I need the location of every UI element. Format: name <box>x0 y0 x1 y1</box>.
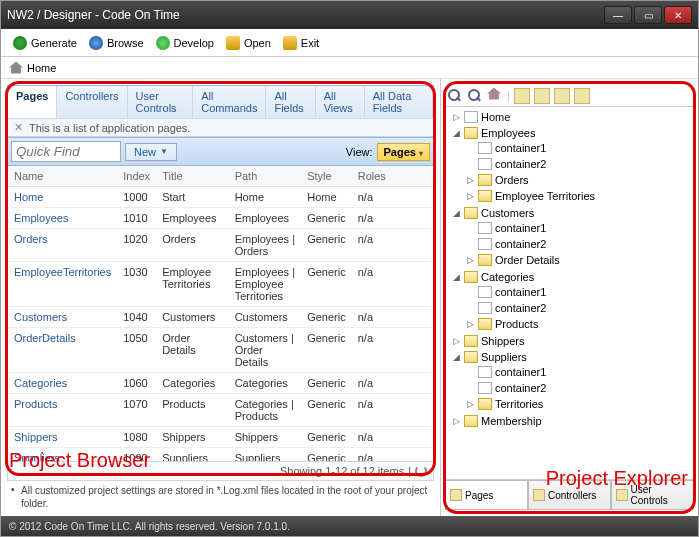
cell-name[interactable]: Categories <box>8 373 117 394</box>
generate-button[interactable]: Generate <box>7 34 83 52</box>
column-header[interactable]: Path <box>229 166 302 187</box>
maximize-button[interactable]: ▭ <box>634 6 662 24</box>
expander-icon[interactable]: ◢ <box>451 208 461 218</box>
tree-node[interactable]: ▷Membership <box>449 414 692 428</box>
table-row[interactable]: Products1070ProductsCategories | Product… <box>8 394 434 427</box>
spacer <box>465 383 475 393</box>
tree-node[interactable]: container2 <box>463 237 692 251</box>
develop-button[interactable]: Develop <box>150 34 220 52</box>
column-header[interactable]: Name <box>8 166 117 187</box>
expander-icon[interactable]: ◢ <box>451 272 461 282</box>
search-icon[interactable] <box>447 88 463 104</box>
tree-node[interactable]: container2 <box>463 157 692 171</box>
expander-icon[interactable]: ▷ <box>465 175 475 185</box>
expander-icon[interactable]: ▷ <box>451 336 461 346</box>
breadcrumb-home[interactable]: Home <box>27 62 56 74</box>
tab-controllers[interactable]: Controllers <box>57 86 127 118</box>
browse-button[interactable]: Browse <box>83 34 150 52</box>
exit-button[interactable]: Exit <box>277 34 325 52</box>
tab-all-views[interactable]: All Views <box>316 86 365 118</box>
tree-node[interactable]: container2 <box>463 381 692 395</box>
new-button[interactable]: New▼ <box>125 143 177 161</box>
tree-node[interactable]: ▷Orders <box>463 173 692 187</box>
tree-node[interactable]: container2 <box>463 301 692 315</box>
folder-icon[interactable] <box>574 88 590 104</box>
tree-node[interactable]: ◢Categories <box>449 270 692 284</box>
tab-all-fields[interactable]: All Fields <box>266 86 315 118</box>
open-icon <box>226 36 240 50</box>
expander-icon[interactable]: ▷ <box>465 191 475 201</box>
explorer-tab-pages[interactable]: Pages <box>445 480 528 510</box>
tree-node[interactable]: ◢Suppliers <box>449 350 692 364</box>
tree-label: container1 <box>495 222 546 234</box>
expander-icon[interactable]: ▷ <box>465 319 475 329</box>
home-icon[interactable] <box>487 88 503 104</box>
tree-node[interactable]: ▷Products <box>463 317 692 331</box>
minimize-button[interactable]: — <box>604 6 632 24</box>
tree-label: Products <box>495 318 538 330</box>
cell-name[interactable]: EmployeeTerritories <box>8 262 117 307</box>
table-row[interactable]: EmployeeTerritories1030Employee Territor… <box>8 262 434 307</box>
close-icon[interactable]: ✕ <box>14 121 23 134</box>
folder-icon[interactable] <box>534 88 550 104</box>
table-row[interactable]: OrderDetails1050Order DetailsCustomers |… <box>8 328 434 373</box>
expander-icon[interactable]: ◢ <box>451 352 461 362</box>
table-row[interactable]: Categories1060CategoriesCategoriesGeneri… <box>8 373 434 394</box>
view-dropdown[interactable]: Pages ▾ <box>377 143 430 161</box>
folder-icon[interactable] <box>554 88 570 104</box>
cell-roles: n/a <box>352 328 434 373</box>
tree-node[interactable]: container1 <box>463 141 692 155</box>
tab-all-commands[interactable]: All Commands <box>193 86 266 118</box>
cell-name[interactable]: Employees <box>8 208 117 229</box>
cell-title: Employees <box>156 208 229 229</box>
table-row[interactable]: Home1000StartHomeHomen/a <box>8 187 434 208</box>
develop-icon <box>156 36 170 50</box>
cell-name[interactable]: Shippers <box>8 427 117 448</box>
close-button[interactable]: ✕ <box>664 6 692 24</box>
tree-node[interactable]: container1 <box>463 221 692 235</box>
column-header[interactable]: Style <box>301 166 352 187</box>
tree-node[interactable]: ◢Customers <box>449 206 692 220</box>
table-row[interactable]: Customers1040CustomersCustomersGenericn/… <box>8 307 434 328</box>
data-grid: NameIndexTitlePathStyleRoles Home1000Sta… <box>7 166 434 462</box>
column-header[interactable]: Roles <box>352 166 434 187</box>
tab-pages[interactable]: Pages <box>8 86 57 118</box>
cell-name[interactable]: Customers <box>8 307 117 328</box>
tree-node[interactable]: ◢Employees <box>449 126 692 140</box>
expander-icon[interactable]: ▷ <box>465 399 475 409</box>
table-row[interactable]: Shippers1080ShippersShippersGenericn/a <box>8 427 434 448</box>
quickfind-input[interactable] <box>11 141 121 162</box>
cell-name[interactable]: OrderDetails <box>8 328 117 373</box>
refresh-icon[interactable] <box>415 465 427 477</box>
expander-icon[interactable]: ▷ <box>451 416 461 426</box>
column-header[interactable]: Title <box>156 166 229 187</box>
expander-icon[interactable]: ◢ <box>451 128 461 138</box>
status-bar: © 2012 Code On Time LLC. All rights rese… <box>1 516 698 536</box>
tree-node[interactable]: container1 <box>463 285 692 299</box>
column-header[interactable]: Index <box>117 166 156 187</box>
table-row[interactable]: Orders1020OrdersEmployees | OrdersGeneri… <box>8 229 434 262</box>
cell-name[interactable]: Orders <box>8 229 117 262</box>
cell-name[interactable]: Home <box>8 187 117 208</box>
cell-name[interactable]: Products <box>8 394 117 427</box>
open-button[interactable]: Open <box>220 34 277 52</box>
table-row[interactable]: Suppliers1090SuppliersSuppliersGenericn/… <box>8 448 434 463</box>
cell-name[interactable]: Suppliers <box>8 448 117 463</box>
tab-all-data-fields[interactable]: All Data Fields <box>365 86 433 118</box>
table-row[interactable]: Employees1010EmployeesEmployeesGenericn/… <box>8 208 434 229</box>
explorer-tab-user-controls[interactable]: User Controls <box>611 480 694 510</box>
search-icon[interactable] <box>467 88 483 104</box>
tree-node[interactable]: ▷Shippers <box>449 334 692 348</box>
explorer-tab-controllers[interactable]: Controllers <box>528 480 611 510</box>
expander-icon[interactable]: ▷ <box>465 255 475 265</box>
tree-node[interactable]: container1 <box>463 365 692 379</box>
tab-user-controls[interactable]: User Controls <box>128 86 194 118</box>
folder-icon[interactable] <box>514 88 530 104</box>
tree-node[interactable]: ▷Territories <box>463 397 692 411</box>
separator: | <box>408 465 411 477</box>
tree-node[interactable]: ▷Order Details <box>463 253 692 267</box>
tree-node[interactable]: ▷Home <box>449 110 692 124</box>
tree-node[interactable]: ▷Employee Territories <box>463 189 692 203</box>
cell-path: Categories | Products <box>229 394 302 427</box>
expander-icon[interactable]: ▷ <box>451 112 461 122</box>
